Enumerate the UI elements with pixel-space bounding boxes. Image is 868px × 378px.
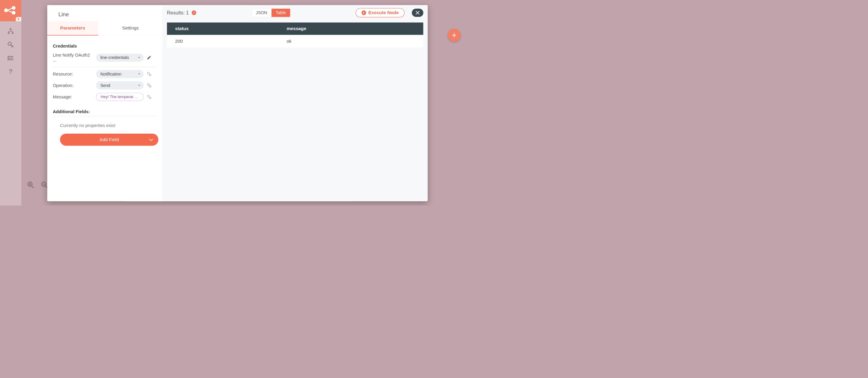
results-header: Results: 1 i JSON Table Execute Node	[163, 5, 428, 21]
svg-point-2	[12, 11, 15, 14]
operation-select[interactable]: Send	[96, 81, 144, 90]
table-header-status: status	[167, 23, 278, 35]
results-info-icon[interactable]: i	[192, 10, 196, 15]
edit-credential-icon[interactable]	[146, 55, 153, 61]
credentials-heading: Credentials	[53, 44, 157, 49]
node-title: Line	[47, 5, 162, 21]
additional-fields-heading: Additional Fields:	[53, 109, 157, 116]
app-sidebar: ?	[0, 0, 22, 206]
svg-rect-5	[12, 32, 13, 34]
svg-point-1	[12, 6, 15, 9]
results-table: status message 200 ok	[167, 23, 424, 47]
credentials-icon[interactable]	[7, 41, 14, 48]
svg-point-23	[150, 86, 151, 87]
resource-select[interactable]: Notification	[96, 70, 144, 78]
svg-rect-3	[10, 28, 11, 30]
cell-status: 200	[167, 35, 278, 47]
additional-fields-empty: Currently no properties exist	[53, 118, 157, 133]
operation-options-icon[interactable]	[146, 82, 153, 89]
svg-point-10	[8, 56, 8, 57]
message-truncation: ...	[134, 95, 138, 99]
svg-line-14	[32, 186, 34, 188]
add-node-fab[interactable]: +	[447, 29, 461, 42]
cell-message: ok	[278, 35, 424, 47]
svg-point-22	[147, 84, 150, 86]
help-icon[interactable]: ?	[7, 68, 14, 75]
execute-node-label: Execute Node	[368, 10, 399, 15]
view-json-button[interactable]: JSON	[252, 9, 272, 17]
workflows-icon[interactable]	[7, 28, 14, 35]
table-header-row: status message	[167, 23, 424, 35]
close-modal-button[interactable]	[412, 9, 424, 17]
resource-label: Resource:	[53, 71, 94, 76]
operation-label: Operation:	[53, 83, 94, 88]
svg-point-12	[8, 59, 8, 60]
svg-point-0	[4, 9, 7, 12]
zoom-in-button[interactable]	[26, 180, 35, 189]
executions-icon[interactable]	[7, 55, 14, 62]
svg-point-11	[8, 58, 8, 58]
node-editor-modal: Line Parameters Settings Credentials Lin…	[47, 5, 428, 201]
resource-options-icon[interactable]	[146, 71, 153, 77]
add-field-button[interactable]: Add Field	[60, 134, 158, 146]
app-logo-icon	[4, 6, 18, 15]
app-logo-tile[interactable]	[0, 0, 22, 21]
svg-rect-4	[8, 32, 9, 34]
tab-parameters[interactable]: Parameters	[47, 21, 98, 36]
results-panel: Results: 1 i JSON Table Execute Node sta…	[163, 5, 428, 201]
table-row: 200 ok	[167, 35, 424, 47]
node-config-panel: Line Parameters Settings Credentials Lin…	[47, 5, 163, 201]
tab-settings[interactable]: Settings	[98, 21, 163, 36]
results-view-toggle: JSON Table	[251, 8, 290, 17]
table-header-message: message	[278, 23, 424, 35]
svg-point-20	[147, 72, 150, 74]
results-count-label: Results: 1	[167, 10, 189, 15]
play-icon	[361, 10, 366, 15]
config-tabs: Parameters Settings	[47, 21, 162, 36]
view-table-button[interactable]: Table	[272, 9, 290, 17]
sidebar-collapse-toggle[interactable]	[16, 17, 21, 21]
message-expression-value: Hey! The temperat	[101, 95, 133, 99]
message-options-icon[interactable]	[146, 94, 153, 100]
message-expression-input[interactable]: Hey! The temperat ...	[96, 93, 144, 101]
credential-type-label: Line Notify OAuth2 ...	[53, 53, 94, 63]
credential-select[interactable]: line-credentials	[96, 54, 144, 62]
message-label: Message:	[53, 95, 94, 100]
execute-node-button[interactable]: Execute Node	[355, 8, 405, 17]
zoom-controls	[26, 180, 49, 189]
svg-point-25	[150, 97, 151, 99]
svg-point-24	[147, 95, 150, 97]
svg-point-21	[150, 74, 151, 75]
